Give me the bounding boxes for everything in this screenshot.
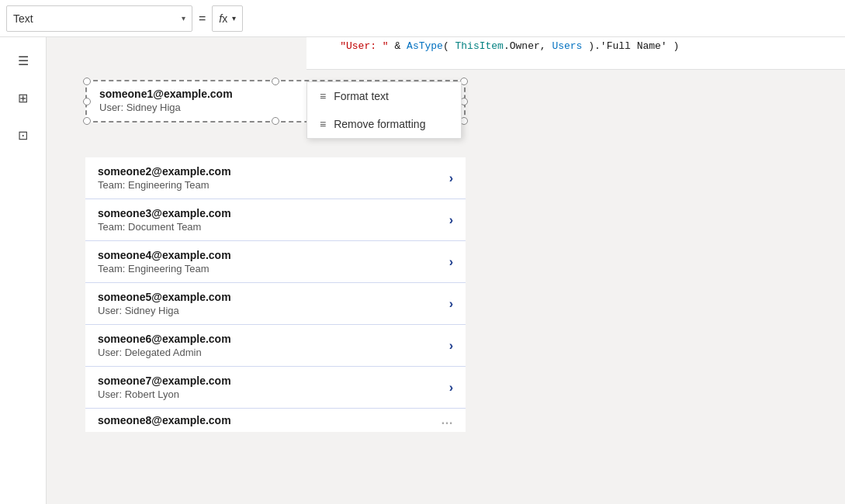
- format-text-label: Format text: [334, 90, 389, 102]
- item-email: someone5@example.com: [98, 291, 449, 303]
- remove-formatting-menu-item[interactable]: ≡ Remove formatting: [307, 110, 461, 138]
- item-content: someone8@example.com: [98, 414, 441, 426]
- sidebar: ☰ ⊞ ⊡: [0, 37, 47, 504]
- item-content: someone6@example.com User: Delegated Adm…: [98, 333, 449, 358]
- list-item[interactable]: someone5@example.com User: Sidney Higa ›: [85, 283, 466, 325]
- list-item[interactable]: someone8@example.com …: [85, 409, 466, 432]
- item-email: someone8@example.com: [98, 414, 441, 426]
- format-text-menu-item[interactable]: ≡ Format text: [307, 82, 461, 110]
- item-content: someone5@example.com User: Sidney Higa: [98, 291, 449, 316]
- chevron-down-icon: ▾: [182, 14, 185, 22]
- type-dropdown[interactable]: Text ▾: [6, 5, 192, 32]
- list-item[interactable]: someone6@example.com User: Delegated Adm…: [85, 325, 466, 367]
- handle-tl[interactable]: [83, 78, 91, 85]
- chevron-right-icon: ›: [449, 213, 453, 227]
- item-email: someone2@example.com: [98, 165, 449, 178]
- item-content: someone2@example.com Team: Engineering T…: [98, 165, 449, 191]
- chevron-right-icon: ›: [449, 339, 453, 353]
- sidebar-icon-layers[interactable]: ⊞: [12, 87, 34, 109]
- items-list: someone2@example.com Team: Engineering T…: [85, 157, 466, 432]
- remove-formatting-label: Remove formatting: [334, 118, 425, 130]
- equals-symbol: =: [199, 12, 206, 26]
- fx-x: x: [222, 12, 227, 25]
- item-email: someone6@example.com: [98, 333, 449, 345]
- list-item[interactable]: someone4@example.com Team: Engineering T…: [85, 241, 466, 283]
- context-menu: ≡ Format text ≡ Remove formatting: [306, 81, 462, 139]
- item-sub: User: Robert Lyon: [98, 388, 449, 400]
- sidebar-icon-grid[interactable]: ⊡: [12, 124, 34, 146]
- chevron-right-icon: ›: [449, 381, 453, 395]
- fx-button[interactable]: fx ▾: [212, 5, 243, 32]
- toolbar: Text ▾ = fx ▾: [0, 0, 845, 37]
- handle-tm[interactable]: [272, 78, 279, 85]
- chevron-right-icon: ›: [449, 255, 453, 269]
- handle-ml[interactable]: [83, 98, 91, 105]
- chevron-right-icon: ›: [449, 171, 453, 185]
- item-content: someone4@example.com Team: Engineering T…: [98, 249, 449, 274]
- item-sub: User: Sidney Higa: [98, 305, 449, 316]
- item-email: someone4@example.com: [98, 249, 449, 261]
- item-email: someone7@example.com: [98, 375, 449, 387]
- dropdown-label: Text: [13, 12, 33, 25]
- chevron-right-icon: ›: [449, 297, 453, 311]
- formula-line3: "User: " & AsType( ThisItem.Owner, Users…: [316, 39, 836, 55]
- item-sub: Team: Engineering Team: [98, 179, 449, 191]
- handle-bl[interactable]: [83, 117, 91, 125]
- item-content: someone3@example.com Team: Document Team: [98, 207, 449, 233]
- remove-formatting-icon: ≡: [320, 118, 326, 130]
- item-sub: Team: Engineering Team: [98, 263, 449, 274]
- fx-chevron: ▾: [232, 14, 236, 22]
- sidebar-icon-menu[interactable]: ☰: [12, 50, 34, 71]
- list-item[interactable]: someone3@example.com Team: Document Team…: [85, 199, 466, 241]
- item-email: someone3@example.com: [98, 207, 449, 219]
- item-sub: User: Delegated Admin: [98, 347, 449, 358]
- list-item[interactable]: someone2@example.com Team: Engineering T…: [85, 157, 466, 199]
- item-sub: Team: Document Team: [98, 221, 449, 233]
- handle-bm[interactable]: [272, 117, 279, 125]
- chevron-right-icon: …: [441, 413, 453, 427]
- item-content: someone7@example.com User: Robert Lyon: [98, 375, 449, 400]
- list-item[interactable]: someone7@example.com User: Robert Lyon ›: [85, 367, 466, 409]
- format-text-icon: ≡: [320, 90, 326, 102]
